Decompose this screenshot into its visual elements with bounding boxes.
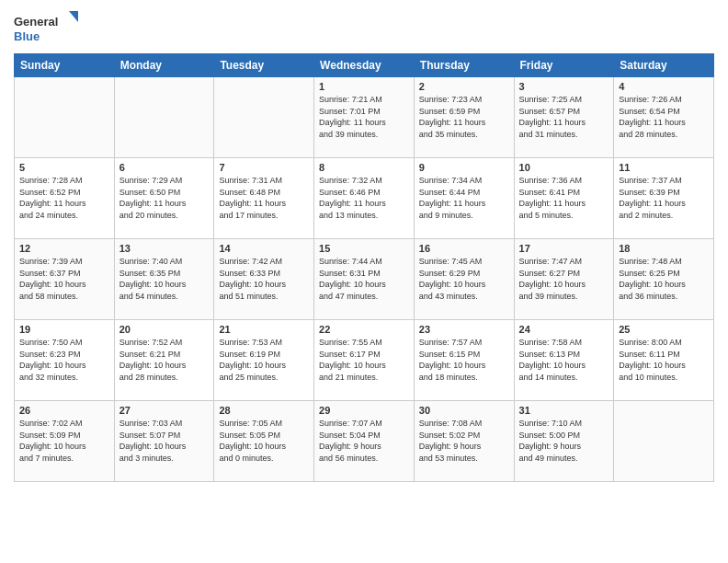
day-info: Sunrise: 7:52 AM Sunset: 6:21 PM Dayligh…	[119, 337, 210, 383]
day-info: Sunrise: 7:29 AM Sunset: 6:50 PM Dayligh…	[119, 175, 210, 221]
calendar-week-3: 12Sunrise: 7:39 AM Sunset: 6:37 PM Dayli…	[15, 239, 714, 320]
calendar-cell: 10Sunrise: 7:36 AM Sunset: 6:41 PM Dayli…	[514, 158, 614, 239]
day-number: 27	[119, 405, 210, 416]
calendar-cell: 23Sunrise: 7:57 AM Sunset: 6:15 PM Dayli…	[414, 320, 514, 401]
day-number: 7	[219, 162, 309, 173]
calendar-cell: 6Sunrise: 7:29 AM Sunset: 6:50 PM Daylig…	[114, 158, 214, 239]
day-number: 23	[419, 324, 509, 335]
weekday-header-thursday: Thursday	[414, 54, 514, 77]
calendar-cell: 22Sunrise: 7:55 AM Sunset: 6:17 PM Dayli…	[314, 320, 415, 401]
calendar-cell: 12Sunrise: 7:39 AM Sunset: 6:37 PM Dayli…	[15, 239, 115, 320]
day-info: Sunrise: 7:23 AM Sunset: 6:59 PM Dayligh…	[419, 94, 509, 140]
calendar-cell: 21Sunrise: 7:53 AM Sunset: 6:19 PM Dayli…	[214, 320, 314, 401]
calendar-cell: 2Sunrise: 7:23 AM Sunset: 6:59 PM Daylig…	[414, 77, 514, 158]
calendar-cell: 27Sunrise: 7:03 AM Sunset: 5:07 PM Dayli…	[114, 401, 214, 482]
day-info: Sunrise: 7:42 AM Sunset: 6:33 PM Dayligh…	[219, 256, 309, 302]
weekday-header-saturday: Saturday	[614, 54, 714, 77]
calendar-cell: 31Sunrise: 7:10 AM Sunset: 5:00 PM Dayli…	[514, 401, 614, 482]
day-info: Sunrise: 7:10 AM Sunset: 5:00 PM Dayligh…	[519, 418, 609, 464]
day-number: 29	[319, 405, 409, 416]
day-number: 20	[119, 324, 210, 335]
day-info: Sunrise: 7:53 AM Sunset: 6:19 PM Dayligh…	[219, 337, 309, 383]
day-info: Sunrise: 7:40 AM Sunset: 6:35 PM Dayligh…	[119, 256, 210, 302]
day-info: Sunrise: 7:36 AM Sunset: 6:41 PM Dayligh…	[519, 175, 609, 221]
calendar-cell: 18Sunrise: 7:48 AM Sunset: 6:25 PM Dayli…	[614, 239, 714, 320]
day-info: Sunrise: 7:50 AM Sunset: 6:23 PM Dayligh…	[19, 337, 109, 383]
day-info: Sunrise: 7:44 AM Sunset: 6:31 PM Dayligh…	[319, 256, 409, 302]
day-info: Sunrise: 7:05 AM Sunset: 5:05 PM Dayligh…	[219, 418, 309, 464]
calendar-week-2: 5Sunrise: 7:28 AM Sunset: 6:52 PM Daylig…	[15, 158, 714, 239]
day-info: Sunrise: 7:57 AM Sunset: 6:15 PM Dayligh…	[419, 337, 509, 383]
day-info: Sunrise: 7:31 AM Sunset: 6:48 PM Dayligh…	[219, 175, 309, 221]
day-number: 22	[319, 324, 409, 335]
weekday-header-friday: Friday	[514, 54, 614, 77]
day-number: 31	[519, 405, 609, 416]
day-info: Sunrise: 7:39 AM Sunset: 6:37 PM Dayligh…	[19, 256, 109, 302]
calendar-cell: 15Sunrise: 7:44 AM Sunset: 6:31 PM Dayli…	[314, 239, 415, 320]
calendar-week-5: 26Sunrise: 7:02 AM Sunset: 5:09 PM Dayli…	[15, 401, 714, 482]
day-info: Sunrise: 7:32 AM Sunset: 6:46 PM Dayligh…	[319, 175, 409, 221]
day-info: Sunrise: 7:26 AM Sunset: 6:54 PM Dayligh…	[619, 94, 709, 140]
calendar-cell: 7Sunrise: 7:31 AM Sunset: 6:48 PM Daylig…	[214, 158, 314, 239]
day-number: 11	[619, 162, 709, 173]
svg-marker-1	[69, 11, 78, 22]
calendar-cell: 29Sunrise: 7:07 AM Sunset: 5:04 PM Dayli…	[314, 401, 415, 482]
day-info: Sunrise: 7:28 AM Sunset: 6:52 PM Dayligh…	[19, 175, 109, 221]
day-info: Sunrise: 7:21 AM Sunset: 7:01 PM Dayligh…	[319, 94, 409, 140]
day-number: 17	[519, 243, 609, 254]
day-number: 19	[19, 324, 109, 335]
day-number: 6	[119, 162, 210, 173]
day-number: 13	[119, 243, 210, 254]
day-info: Sunrise: 7:25 AM Sunset: 6:57 PM Dayligh…	[519, 94, 609, 140]
calendar-cell: 9Sunrise: 7:34 AM Sunset: 6:44 PM Daylig…	[414, 158, 514, 239]
day-number: 28	[219, 405, 309, 416]
calendar-cell: 17Sunrise: 7:47 AM Sunset: 6:27 PM Dayli…	[514, 239, 614, 320]
day-number: 14	[219, 243, 309, 254]
weekday-header-row: SundayMondayTuesdayWednesdayThursdayFrid…	[15, 54, 714, 77]
calendar-cell: 8Sunrise: 7:32 AM Sunset: 6:46 PM Daylig…	[314, 158, 415, 239]
calendar-cell	[114, 77, 214, 158]
calendar-cell: 24Sunrise: 7:58 AM Sunset: 6:13 PM Dayli…	[514, 320, 614, 401]
calendar-cell: 14Sunrise: 7:42 AM Sunset: 6:33 PM Dayli…	[214, 239, 314, 320]
day-number: 12	[19, 243, 109, 254]
calendar-cell: 5Sunrise: 7:28 AM Sunset: 6:52 PM Daylig…	[15, 158, 115, 239]
calendar-cell: 26Sunrise: 7:02 AM Sunset: 5:09 PM Dayli…	[15, 401, 115, 482]
calendar-cell: 19Sunrise: 7:50 AM Sunset: 6:23 PM Dayli…	[15, 320, 115, 401]
calendar-week-4: 19Sunrise: 7:50 AM Sunset: 6:23 PM Dayli…	[15, 320, 714, 401]
svg-text:General: General	[14, 15, 58, 29]
calendar-cell: 20Sunrise: 7:52 AM Sunset: 6:21 PM Dayli…	[114, 320, 214, 401]
day-number: 5	[19, 162, 109, 173]
day-number: 25	[619, 324, 709, 335]
day-info: Sunrise: 7:03 AM Sunset: 5:07 PM Dayligh…	[119, 418, 210, 464]
calendar-cell	[214, 77, 314, 158]
day-number: 3	[519, 81, 609, 92]
weekday-header-tuesday: Tuesday	[214, 54, 314, 77]
day-info: Sunrise: 7:48 AM Sunset: 6:25 PM Dayligh…	[619, 256, 709, 302]
weekday-header-monday: Monday	[114, 54, 214, 77]
day-info: Sunrise: 7:34 AM Sunset: 6:44 PM Dayligh…	[419, 175, 509, 221]
day-info: Sunrise: 7:08 AM Sunset: 5:02 PM Dayligh…	[419, 418, 509, 464]
calendar-cell	[15, 77, 115, 158]
day-number: 24	[519, 324, 609, 335]
calendar-cell: 11Sunrise: 7:37 AM Sunset: 6:39 PM Dayli…	[614, 158, 714, 239]
day-info: Sunrise: 7:37 AM Sunset: 6:39 PM Dayligh…	[619, 175, 709, 221]
day-info: Sunrise: 7:55 AM Sunset: 6:17 PM Dayligh…	[319, 337, 409, 383]
calendar-header: GeneralBlue	[14, 9, 714, 46]
day-number: 30	[419, 405, 509, 416]
logo: GeneralBlue	[14, 9, 78, 46]
svg-text:Blue: Blue	[14, 29, 40, 43]
day-info: Sunrise: 7:47 AM Sunset: 6:27 PM Dayligh…	[519, 256, 609, 302]
calendar-cell: 25Sunrise: 8:00 AM Sunset: 6:11 PM Dayli…	[614, 320, 714, 401]
day-number: 2	[419, 81, 509, 92]
calendar-cell: 1Sunrise: 7:21 AM Sunset: 7:01 PM Daylig…	[314, 77, 415, 158]
day-info: Sunrise: 7:58 AM Sunset: 6:13 PM Dayligh…	[519, 337, 609, 383]
calendar-cell: 16Sunrise: 7:45 AM Sunset: 6:29 PM Dayli…	[414, 239, 514, 320]
day-number: 16	[419, 243, 509, 254]
weekday-header-sunday: Sunday	[15, 54, 115, 77]
logo-icon: GeneralBlue	[14, 9, 78, 46]
day-number: 18	[619, 243, 709, 254]
day-number: 4	[619, 81, 709, 92]
day-number: 9	[419, 162, 509, 173]
day-number: 1	[319, 81, 409, 92]
calendar-container: GeneralBlue SundayMondayTuesdayWednesday…	[0, 0, 728, 491]
